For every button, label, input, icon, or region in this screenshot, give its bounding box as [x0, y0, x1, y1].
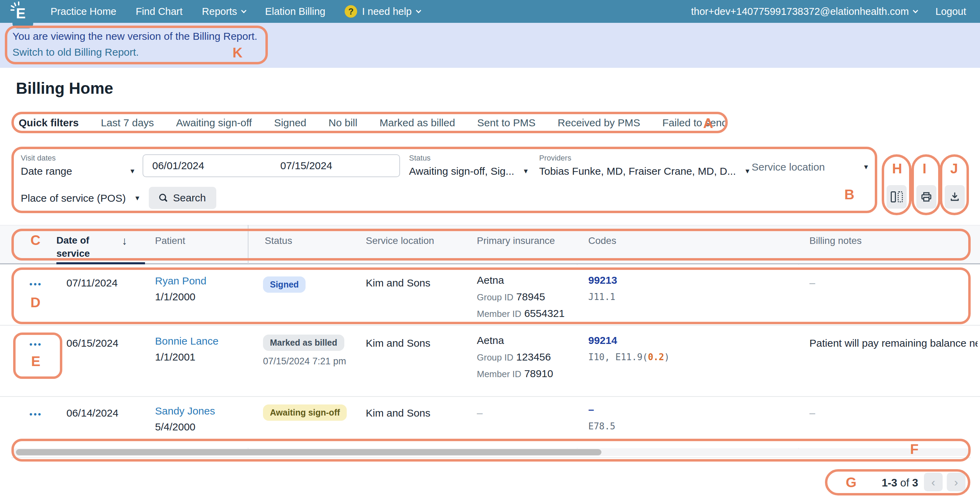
column-header-codes: Codes — [588, 235, 616, 247]
icd-codes: E78.5 — [588, 421, 615, 431]
icd-codes: I10, E11.9(0.2) — [588, 352, 670, 362]
status-cell: Signed — [263, 277, 305, 293]
insurance-name: Aetna — [477, 335, 553, 346]
place-of-service-dropdown[interactable]: Place of service (POS)▼ — [21, 192, 140, 204]
download-button[interactable] — [945, 185, 965, 208]
column-header-patient: Patient — [155, 235, 185, 247]
print-button[interactable] — [916, 185, 936, 208]
patient-dob: 5/4/2000 — [155, 421, 215, 433]
date-of-service-cell: 06/14/2024 — [67, 407, 118, 419]
member-id-label: Member ID — [477, 369, 522, 379]
status-filter-dropdown[interactable]: Status Awaiting sign-off, Sig...▼ — [409, 154, 529, 177]
pagination-prev-button[interactable]: ‹ — [924, 472, 943, 491]
patient-link[interactable]: Bonnie Lance — [155, 335, 219, 347]
top-nav: E Practice Home Find Chart Reports Elati… — [0, 0, 980, 23]
quick-filter-signed[interactable]: Signed — [274, 117, 306, 129]
date-range-inputs — [143, 154, 400, 177]
icd-modifier-highlight: 0.2 — [648, 352, 664, 362]
switch-old-report-link[interactable]: Switch to old Billing Report. — [13, 46, 139, 58]
row-actions-kebab-icon[interactable]: ••• — [29, 279, 42, 289]
cpt-code-link[interactable]: 99213 — [588, 274, 617, 286]
logout-link[interactable]: Logout — [935, 6, 966, 17]
service-location-cell: Kim and Sons — [366, 337, 431, 349]
date-from-input[interactable] — [143, 155, 271, 177]
caret-down-icon: ▼ — [129, 167, 136, 175]
group-id-label: Group ID — [477, 352, 514, 363]
codes-cell: 99214 I10, E11.9(0.2) — [588, 335, 670, 362]
chevron-down-icon — [913, 8, 918, 13]
chevron-down-icon — [241, 8, 247, 13]
manage-columns-button[interactable] — [886, 185, 907, 208]
providers-filter-label: Providers — [539, 154, 751, 162]
service-location-cell: Kim and Sons — [366, 407, 431, 419]
caret-down-icon: ▼ — [863, 163, 869, 171]
cpt-code-link[interactable]: – — [588, 404, 594, 415]
status-badge: Awaiting sign-off — [263, 404, 347, 421]
nav-help-menu[interactable]: ? I need help — [345, 5, 420, 17]
pagination-range: 1-3 of 3 — [882, 477, 918, 489]
chevron-down-icon — [415, 8, 421, 13]
date-to-input[interactable] — [271, 155, 399, 177]
search-icon — [159, 194, 167, 202]
pagination-next-button[interactable]: › — [947, 472, 966, 491]
insurance-name: Aetna — [477, 274, 565, 286]
primary-insurance-cell: – — [477, 407, 483, 419]
cpt-code-link[interactable]: 99214 — [588, 335, 617, 346]
date-of-service-cell: 06/15/2024 — [67, 337, 118, 349]
service-location-dropdown[interactable]: Service location▼ — [752, 161, 869, 173]
sort-descending-icon[interactable]: ↓ — [122, 235, 127, 247]
patient-link[interactable]: Ryan Pond — [155, 275, 206, 286]
caret-down-icon: ▼ — [744, 167, 751, 175]
billing-home-page: E Practice Home Find Chart Reports Elati… — [0, 0, 980, 501]
row-actions-kebab-icon[interactable]: ••• — [29, 409, 42, 419]
quick-filter-no-bill[interactable]: No bill — [328, 117, 357, 129]
svg-text:E: E — [16, 5, 25, 21]
billing-notes-cell: Patient will pay remaining balance nex — [810, 337, 978, 349]
quick-filters-bar: Quick filters Last 7 days Awaiting sign-… — [19, 117, 727, 129]
quick-filter-received-by-pms[interactable]: Received by PMS — [558, 117, 640, 129]
codes-cell: – E78.5 — [588, 404, 615, 431]
sorted-column-indicator — [56, 262, 145, 264]
nav-reports-menu[interactable]: Reports — [202, 6, 246, 17]
nav-find-chart[interactable]: Find Chart — [136, 6, 182, 17]
quick-filter-sent-to-pms[interactable]: Sent to PMS — [477, 117, 535, 129]
elation-logo-icon[interactable]: E — [10, 1, 31, 22]
row-actions-kebab-icon[interactable]: ••• — [29, 339, 42, 349]
quick-filter-awaiting-sign-off[interactable]: Awaiting sign-off — [176, 117, 252, 129]
primary-insurance-cell: Aetna Group ID 123456 Member ID 78910 — [477, 335, 553, 380]
table-bottom-border — [11, 457, 970, 458]
member-id-value: 6554321 — [524, 308, 565, 319]
codes-cell: 99213 J11.1 — [588, 274, 617, 302]
columns-icon — [891, 191, 903, 202]
table-row: ••• 06/14/2024 Sandy Jones 5/4/2000 Awai… — [0, 397, 980, 448]
column-header-service-location: Service location — [366, 235, 434, 247]
page-title: Billing Home — [16, 79, 113, 97]
patient-cell: Sandy Jones 5/4/2000 — [155, 405, 215, 433]
date-of-service-cell: 07/11/2024 — [67, 277, 118, 289]
status-cell: Awaiting sign-off — [263, 404, 347, 421]
group-id-label: Group ID — [477, 292, 514, 302]
visit-dates-dropdown[interactable]: Visit dates Date range▼ — [21, 154, 136, 177]
patient-link[interactable]: Sandy Jones — [155, 405, 215, 417]
group-id-value: 123456 — [516, 351, 551, 363]
horizontal-scrollbar — [13, 449, 970, 456]
annotation-letter-j: J — [950, 161, 958, 177]
column-header-date-of-service[interactable]: Date of service — [56, 234, 119, 260]
quick-filter-last-7-days[interactable]: Last 7 days — [101, 117, 154, 129]
nav-practice-home[interactable]: Practice Home — [51, 6, 116, 17]
providers-filter-dropdown[interactable]: Providers Tobias Funke, MD, Fraiser Cran… — [539, 154, 751, 177]
user-account-menu[interactable]: thor+dev+140775991738372@elationhealth.c… — [691, 6, 917, 17]
search-button[interactable]: Search — [149, 187, 216, 209]
icd-codes: J11.1 — [588, 292, 617, 302]
horizontal-scrollbar-thumb[interactable] — [16, 449, 601, 455]
nav-elation-billing[interactable]: Elation Billing — [265, 6, 325, 17]
annotation-letter-i: I — [923, 161, 926, 177]
download-icon — [949, 191, 961, 203]
status-badge: Signed — [263, 277, 305, 293]
caret-down-icon: ▼ — [134, 194, 140, 202]
quick-filter-marked-as-billed[interactable]: Marked as billed — [380, 117, 455, 129]
table-header: Date of service ↓ Patient Status Service… — [0, 225, 980, 264]
annotation-letter-g: G — [846, 475, 856, 490]
member-id-label: Member ID — [477, 309, 522, 319]
quick-filter-failed-to-send[interactable]: Failed to send — [662, 117, 727, 129]
